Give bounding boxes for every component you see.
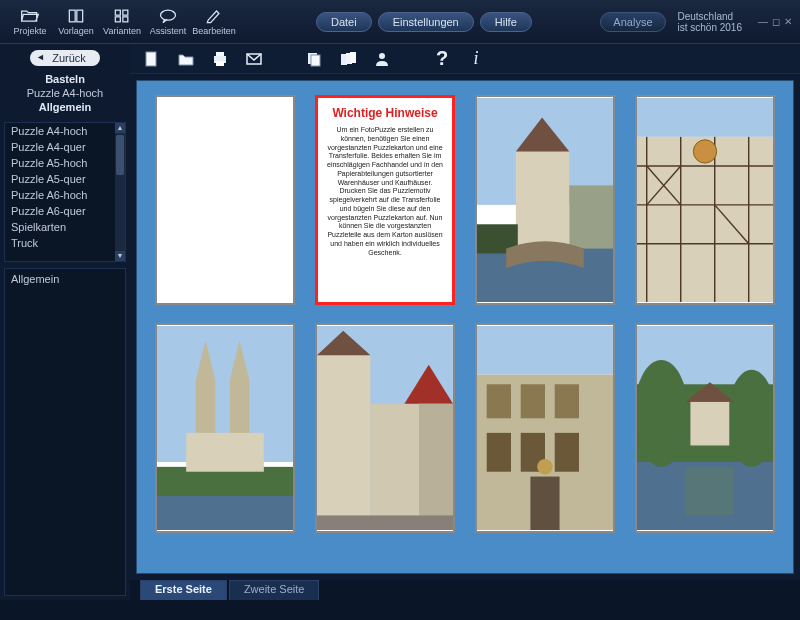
format-item[interactable]: Puzzle A4-hoch [5,123,125,139]
format-item[interactable]: Truck [5,235,125,251]
canvas-wrap: Wichtige Hinweise Um ein FotoPuzzle erst… [130,74,800,580]
back-button[interactable]: Zurück [30,50,100,66]
thumb-photo-1[interactable] [475,95,615,305]
sidebar: Zurück Basteln Puzzle A4-hoch Allgemein … [0,44,130,600]
varianten-label: Varianten [103,26,141,36]
thumb-grid: Wichtige Hinweise Um ein FotoPuzzle erst… [155,95,775,533]
svg-rect-5 [123,17,128,22]
breadcrumb: Basteln Puzzle A4-hoch Allgemein [4,72,126,114]
svg-rect-44 [317,355,370,530]
svg-rect-57 [555,433,579,472]
thumb-photo-4[interactable] [315,323,455,533]
content: ? i Wichtige Hinweise Um ein FotoPuzzle … [130,44,800,600]
chat-icon [158,7,178,25]
format-item[interactable]: Puzzle A5-quer [5,171,125,187]
minimize-icon[interactable]: — [758,16,768,27]
maximize-icon[interactable]: ◻ [772,16,780,27]
format-panel: Puzzle A4-hoch Puzzle A4-quer Puzzle A5-… [4,122,126,262]
analyse-button[interactable]: Analyse [600,12,665,32]
general-panel: Allgemein [4,268,126,596]
assistent-label: Assistent [150,26,187,36]
open-folder-icon[interactable] [176,49,196,69]
grid-icon [112,7,132,25]
vorlagen-button[interactable]: Vorlagen [54,2,98,42]
templates-icon [66,7,86,25]
datei-button[interactable]: Datei [316,12,372,32]
hint-body: Um ein FotoPuzzle erstellen zu können, b… [324,126,446,257]
hint-card: Wichtige Hinweise Um ein FotoPuzzle erst… [318,98,452,265]
format-item[interactable]: Puzzle A5-hoch [5,155,125,171]
crumb-puzzle[interactable]: Puzzle A4-hoch [4,86,126,100]
brand-line1: Deutschland [678,11,743,22]
svg-rect-1 [77,10,83,22]
svg-rect-55 [487,433,511,472]
info-icon[interactable]: i [466,49,486,69]
svg-rect-48 [419,404,453,530]
svg-rect-9 [216,52,224,56]
svg-rect-50 [477,326,613,375]
svg-rect-0 [69,10,75,22]
new-doc-icon[interactable] [142,49,162,69]
canvas: Wichtige Hinweise Um ein FotoPuzzle erst… [136,80,794,574]
svg-rect-4 [115,17,120,22]
user-icon[interactable] [372,49,392,69]
varianten-button[interactable]: Varianten [100,2,144,42]
svg-rect-16 [350,52,356,63]
photo-ornate-building [477,325,613,531]
general-label[interactable]: Allgemein [11,273,119,285]
format-item[interactable]: Puzzle A6-quer [5,203,125,219]
svg-point-36 [693,140,716,163]
thumb-photo-6[interactable] [635,323,775,533]
photo-bamberg [477,97,613,303]
scroll-down-icon[interactable]: ▼ [115,251,125,261]
projekte-button[interactable]: Projekte [8,2,52,42]
format-item[interactable]: Puzzle A6-hoch [5,187,125,203]
thumb-photo-5[interactable] [475,323,615,533]
brand-line2: ist schön 2016 [678,22,743,33]
mail-icon[interactable] [244,49,264,69]
thumb-hint[interactable]: Wichtige Hinweise Um ein FotoPuzzle erst… [315,95,455,305]
crumb-allgemein[interactable]: Allgemein [4,100,126,114]
bearbeiten-button[interactable]: Bearbeiten [192,2,236,42]
svg-rect-23 [569,185,613,248]
svg-rect-46 [370,404,419,530]
svg-rect-67 [686,467,735,516]
assistent-button[interactable]: Assistent [146,2,190,42]
tab-second-page[interactable]: Zweite Seite [229,580,320,600]
thumb-blank[interactable] [155,95,295,305]
format-list: Puzzle A4-hoch Puzzle A4-quer Puzzle A5-… [5,123,125,261]
brand-text: Deutschland ist schön 2016 [678,11,743,33]
bearbeiten-label: Bearbeiten [192,26,236,36]
thumb-photo-3[interactable] [155,323,295,533]
tab-first-page[interactable]: Erste Seite [140,580,227,600]
scroll-up-icon[interactable]: ▲ [115,123,125,133]
multi-page-icon[interactable] [338,49,358,69]
crumb-basteln[interactable]: Basteln [4,72,126,86]
copy-icon[interactable] [304,49,324,69]
svg-rect-2 [115,10,120,15]
svg-rect-53 [521,384,545,418]
hilfe-button[interactable]: Hilfe [480,12,532,32]
photo-fachwerk [637,97,773,303]
print-icon[interactable] [210,49,230,69]
tool-group: Projekte Vorlagen Varianten Assistent Be… [8,2,236,42]
thumb-photo-2[interactable] [635,95,775,305]
main-toolbar: Projekte Vorlagen Varianten Assistent Be… [0,0,800,44]
svg-rect-20 [516,151,569,248]
einstellungen-button[interactable]: Einstellungen [378,12,474,32]
photo-park-house [637,325,773,531]
format-item[interactable]: Spielkarten [5,219,125,235]
menu-buttons: Datei Einstellungen Hilfe [316,12,532,32]
svg-rect-24 [637,98,773,137]
pencil-icon [204,7,224,25]
scroll-thumb[interactable] [116,135,124,175]
scrollbar[interactable]: ▲ ▼ [115,123,125,261]
photo-tower-street [317,325,453,531]
icon-bar: ? i [130,44,800,74]
format-item[interactable]: Puzzle A4-quer [5,139,125,155]
svg-rect-42 [186,433,264,472]
help-icon[interactable]: ? [432,49,452,69]
svg-point-59 [537,459,553,475]
svg-rect-10 [216,61,224,66]
close-icon[interactable]: ✕ [784,16,792,27]
